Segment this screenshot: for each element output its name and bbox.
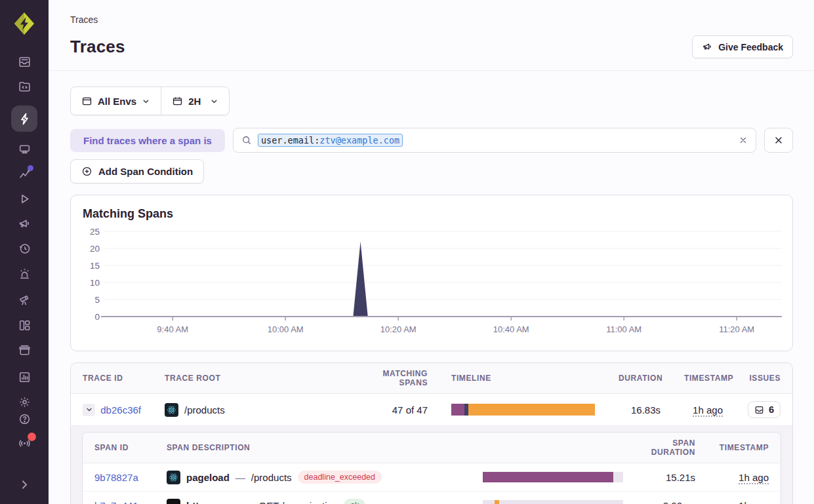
- span-row[interactable]: b7a7e441 ex http.server — GET /organizat…: [83, 492, 781, 504]
- svg-text:10:20 AM: 10:20 AM: [380, 324, 417, 334]
- token-value: ztv@example.com: [319, 135, 399, 145]
- span-id-link[interactable]: 9b78827a: [94, 472, 138, 483]
- help-icon[interactable]: [11, 411, 37, 427]
- span-table: Span ID Span Description Span Duration T…: [82, 432, 781, 504]
- span-timestamp[interactable]: 1h ago: [739, 472, 769, 483]
- issues-icon[interactable]: [11, 54, 37, 69]
- sidebar-nav-explore: [11, 106, 37, 281]
- col-issues: Issues: [735, 374, 792, 383]
- span-row[interactable]: 9b78827a pageload — /products deadline_e…: [83, 463, 781, 492]
- page-title: Traces: [70, 37, 125, 57]
- stats-icon[interactable]: [11, 369, 37, 385]
- breadcrumb[interactable]: Traces: [70, 14, 793, 25]
- dashboards-icon[interactable]: [11, 317, 37, 333]
- window-icon: [81, 96, 92, 107]
- sidebar-nav-bottom: [11, 411, 37, 492]
- calendar-icon: [172, 96, 183, 107]
- query-builder-row: Find traces where a span is user.email:z…: [70, 128, 793, 153]
- give-feedback-button[interactable]: Give Feedback: [692, 35, 793, 58]
- token-key: user.email:: [261, 135, 319, 145]
- issues-count: 6: [769, 404, 774, 415]
- svg-text:10:40 AM: 10:40 AM: [493, 324, 529, 334]
- sidebar-nav-tools: [11, 292, 37, 358]
- span-description: GET /organization: [259, 500, 338, 504]
- chart-title: Matching Spans: [83, 207, 781, 221]
- matching-spans-chart[interactable]: 05101520259:40 AM10:00 AM10:20 AM10:40 A…: [83, 222, 782, 341]
- trace-id-link[interactable]: db26c36f: [100, 404, 141, 416]
- expanded-trace-section: Span ID Span Description Span Duration T…: [71, 426, 792, 504]
- discover-icon[interactable]: [11, 292, 37, 308]
- trace-root-name: /products: [184, 404, 225, 416]
- metrics-icon[interactable]: [11, 166, 37, 182]
- add-span-condition-label: Add Span Condition: [98, 166, 193, 177]
- col-trace-root: Trace Root: [153, 374, 354, 383]
- plus-circle-icon: [81, 166, 92, 177]
- trace-row[interactable]: db26c36f /products 47 of 47 16.83s 1h ag…: [71, 394, 792, 426]
- separator: —: [243, 500, 253, 504]
- megaphone-icon: [702, 41, 713, 52]
- svg-text:10:00 AM: 10:00 AM: [268, 324, 304, 334]
- traces-table-header: Trace ID Trace Root Matching Spans Timel…: [71, 363, 792, 394]
- collapse-row-icon[interactable]: [83, 404, 95, 416]
- col-duration: Duration: [607, 374, 672, 383]
- time-range-selector[interactable]: 2H: [161, 87, 229, 115]
- span-table-header: Span ID Span Description Span Duration T…: [83, 433, 781, 463]
- feedback-icon[interactable]: [11, 216, 37, 231]
- environment-selector[interactable]: All Envs: [71, 87, 161, 115]
- where-span-label: Find traces where a span is: [70, 129, 225, 152]
- sentry-logo[interactable]: [10, 9, 39, 38]
- archive-icon[interactable]: [11, 342, 37, 358]
- issues-count-button[interactable]: 6: [748, 401, 781, 418]
- svg-text:5: 5: [94, 295, 100, 305]
- environment-label: All Envs: [98, 96, 136, 107]
- chevron-down-icon: [210, 97, 218, 106]
- span-description: /products: [251, 472, 292, 483]
- matching-spans-count: 47 of 47: [354, 404, 439, 416]
- page-header: Traces Traces Give Feedback: [49, 0, 814, 71]
- filter-bar: All Envs 2H: [70, 87, 230, 115]
- content: All Envs 2H Find traces where a span is …: [49, 71, 814, 504]
- span-timeline-bar[interactable]: [483, 472, 623, 482]
- close-icon: [773, 135, 784, 145]
- trace-timeline-bar[interactable]: [451, 404, 595, 416]
- span-timestamp[interactable]: 1h ago: [739, 500, 769, 504]
- svg-text:15: 15: [90, 261, 100, 271]
- settings-icon[interactable]: [11, 394, 37, 410]
- issues-box-icon: [754, 405, 764, 415]
- sidebar: [0, 0, 49, 504]
- col-timestamp: Timestamp: [672, 374, 735, 383]
- sidebar-nav-admin: [11, 369, 37, 410]
- replays-icon[interactable]: [11, 191, 37, 206]
- matching-spans-card: Matching Spans 05101520259:40 AM10:00 AM…: [70, 195, 793, 351]
- sentry-logo-icon: [11, 10, 37, 37]
- col-matching-spans: Matching Spans: [354, 369, 439, 387]
- whats-new-icon[interactable]: [11, 435, 37, 450]
- insights-icon[interactable]: [11, 141, 37, 157]
- traces-table: Trace ID Trace Root Matching Spans Timel…: [70, 362, 793, 504]
- span-duration: 2.00ms: [635, 500, 707, 504]
- collapse-icon[interactable]: [11, 476, 37, 492]
- clear-search-icon[interactable]: [739, 136, 748, 145]
- col-timeline: Timeline: [439, 374, 607, 383]
- search-icon: [241, 135, 252, 145]
- main-area: Traces Traces Give Feedback All Envs 2H: [49, 0, 814, 504]
- svg-text:20: 20: [90, 244, 100, 254]
- time-range-label: 2H: [188, 96, 201, 107]
- search-token[interactable]: user.email:ztv@example.com: [258, 134, 403, 147]
- history-icon[interactable]: [11, 241, 37, 256]
- span-timeline-bar[interactable]: [483, 500, 623, 504]
- svg-text:11:20 AM: 11:20 AM: [719, 324, 754, 334]
- alerts-icon[interactable]: [11, 265, 37, 281]
- explore-icon[interactable]: [11, 106, 37, 132]
- react-platform-icon: [165, 403, 178, 417]
- add-span-condition-button[interactable]: Add Span Condition: [70, 159, 204, 184]
- trace-timestamp[interactable]: 1h ago: [693, 404, 723, 416]
- span-search-input[interactable]: user.email:ztv@example.com: [233, 128, 756, 153]
- svg-text:25: 25: [90, 227, 100, 237]
- span-duration: 15.21s: [635, 472, 707, 483]
- span-id-link[interactable]: b7a7e441: [94, 500, 138, 504]
- col-span-duration: Span Duration: [635, 438, 707, 457]
- remove-condition-button[interactable]: [764, 128, 793, 153]
- separator: —: [235, 472, 245, 483]
- projects-icon[interactable]: [11, 79, 37, 94]
